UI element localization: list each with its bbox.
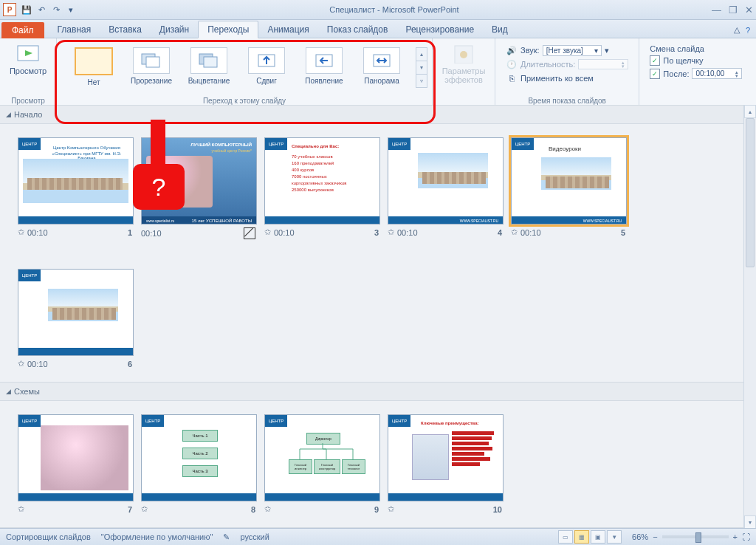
slide-thumb[interactable]: ЦЕНТР Часть 1 Часть 2 Часть 3 ✩8 — [141, 414, 255, 514]
view-reading-button[interactable]: ▣ — [591, 530, 605, 544]
star-icon: ✩ — [141, 504, 148, 514]
tab-slideshow[interactable]: Показ слайдов — [318, 21, 397, 38]
status-view-mode: Сортировщик слайдов — [6, 532, 91, 541]
hidden-slide-icon — [244, 227, 255, 239]
duration-input: ▴▾ — [578, 59, 628, 69]
slide-thumb[interactable]: ЦЕНТР Ключевые преимущества: ✩10 — [388, 414, 502, 514]
transition-cut[interactable]: Прорезание — [126, 47, 176, 86]
window-title: Специалист - Microsoft PowerPoint — [77, 5, 712, 14]
spellcheck-icon[interactable]: ✎ — [223, 532, 230, 542]
ribbon: ? Просмотр Просмотр Нет Прорезание Выцве… — [0, 38, 756, 107]
on-click-label: По щелчку — [663, 56, 703, 65]
quick-access-toolbar: 💾 ↶ ↷ ▾ — [21, 4, 77, 16]
slide-thumb[interactable]: ЦЕНТР ✩7 — [18, 414, 132, 514]
slide-thumb[interactable]: ЦЕНТР WWW.SPECIALIST.RU ✩00:104 — [388, 137, 502, 239]
tab-design[interactable]: Дизайн — [151, 21, 198, 38]
effect-options-button: Параметры эффектов — [439, 41, 489, 86]
zoom-in-button[interactable]: + — [733, 532, 738, 541]
app-icon: P — [3, 3, 16, 16]
on-click-checkbox[interactable]: ✓ — [650, 55, 660, 66]
callout-question: ? — [133, 164, 185, 210]
duration-icon: 🕐 — [506, 58, 518, 70]
tab-transitions[interactable]: Переходы — [198, 21, 258, 38]
slide-thumb[interactable]: ЦЕНТР Директор Главный инженер Главный к… — [264, 414, 379, 514]
duration-label: Длительность: — [520, 60, 575, 69]
status-bar: Сортировщик слайдов "Оформление по умолч… — [0, 528, 756, 545]
slide-thumb[interactable]: ЦЕНТР Видеоуроки WWW.SPECIALIST.RU ✩00:1… — [511, 137, 625, 239]
tab-review[interactable]: Рецензирование — [396, 21, 483, 38]
apply-to-all-button[interactable]: Применить ко всем — [520, 74, 594, 83]
transition-none[interactable]: Нет — [69, 47, 119, 86]
status-language[interactable]: русский — [240, 532, 269, 541]
file-tab[interactable]: Файл — [1, 22, 44, 38]
star-icon: ✩ — [388, 504, 394, 514]
svg-point-10 — [460, 51, 467, 58]
star-icon: ✩ — [18, 504, 24, 514]
after-checkbox[interactable]: ✓ — [650, 69, 660, 79]
sound-more-icon[interactable]: ▾ — [605, 46, 609, 55]
close-button[interactable]: ✕ — [745, 4, 753, 16]
after-time-input[interactable]: 00:10,00▴▾ — [692, 68, 742, 79]
restore-button[interactable]: ❐ — [729, 4, 738, 16]
save-icon[interactable]: 💾 — [21, 4, 32, 16]
after-label: После: — [663, 69, 689, 78]
minimize-button[interactable]: — — [712, 4, 721, 16]
slide-thumb[interactable]: ЦЕНТР Центр Компьютерного Обучения «Спец… — [18, 137, 132, 239]
group-transition-label: Переход к этому слайду — [203, 95, 286, 105]
apply-all-icon: ⎘ — [506, 72, 518, 84]
star-icon: ✩ — [388, 227, 394, 237]
view-slideshow-button[interactable]: ▼ — [607, 530, 622, 544]
slide-thumb[interactable]: ЦЕНТР Специально для Вас: 70 учебных кла… — [264, 137, 379, 239]
slide-sorter[interactable]: ◢Начало ЦЕНТР Центр Компьютерного Обучен… — [0, 105, 756, 529]
ribbon-collapse-icon[interactable]: △ — [734, 25, 740, 35]
svg-rect-3 — [146, 57, 159, 67]
redo-icon[interactable]: ↷ — [50, 4, 62, 16]
transition-reveal[interactable]: Появление — [299, 47, 349, 86]
help-icon[interactable]: ? — [746, 26, 750, 35]
star-icon: ✩ — [18, 227, 24, 237]
zoom-level[interactable]: 66% — [632, 532, 648, 541]
star-icon: ✩ — [264, 227, 271, 237]
zoom-fit-button[interactable]: ⛶ — [742, 532, 750, 541]
view-sorter-button[interactable]: ▦ — [574, 530, 589, 544]
status-theme: "Оформление по умолчанию" — [101, 532, 213, 541]
advance-title: Смена слайда — [650, 44, 742, 53]
tab-animation[interactable]: Анимация — [258, 21, 317, 38]
qat-more-icon[interactable]: ▾ — [65, 4, 77, 16]
group-timing-label: Время показа слайдов — [528, 95, 606, 105]
star-icon: ✩ — [18, 359, 24, 369]
transition-fade[interactable]: Выцветание — [184, 47, 234, 86]
tab-insert[interactable]: Вставка — [100, 21, 151, 38]
view-normal-button[interactable]: ▭ — [558, 530, 573, 544]
star-icon: ✩ — [511, 227, 518, 237]
sound-label: Звук: — [520, 46, 540, 55]
svg-rect-5 — [204, 57, 217, 67]
section-header-schemes[interactable]: ◢Схемы — [0, 382, 756, 401]
sound-dropdown[interactable]: [Нет звука]▾ — [543, 45, 602, 56]
ribbon-tabs: Файл Главная Вставка Дизайн Переходы Ани… — [0, 20, 756, 38]
sound-icon: 🔊 — [506, 44, 518, 56]
tab-view[interactable]: Вид — [483, 21, 517, 38]
tab-home[interactable]: Главная — [49, 21, 100, 38]
star-icon: ✩ — [264, 504, 271, 514]
preview-button[interactable]: Просмотр — [7, 41, 49, 77]
transition-pan[interactable]: Панорама — [357, 47, 407, 86]
gallery-scroll[interactable]: ▴▾▿ — [416, 47, 427, 88]
zoom-slider[interactable] — [662, 535, 729, 538]
section-header-start[interactable]: ◢Начало — [0, 105, 756, 124]
group-preview-label: Просмотр — [11, 95, 45, 105]
zoom-out-button[interactable]: − — [653, 532, 657, 541]
slide-thumb[interactable]: ЦЕНТР ✩00:106 — [18, 269, 132, 369]
transition-push[interactable]: Сдвиг — [241, 47, 292, 86]
title-bar: P 💾 ↶ ↷ ▾ Специалист - Microsoft PowerPo… — [0, 0, 756, 20]
vertical-scrollbar[interactable]: ▴▾ — [743, 105, 756, 529]
undo-icon[interactable]: ↶ — [35, 4, 47, 16]
